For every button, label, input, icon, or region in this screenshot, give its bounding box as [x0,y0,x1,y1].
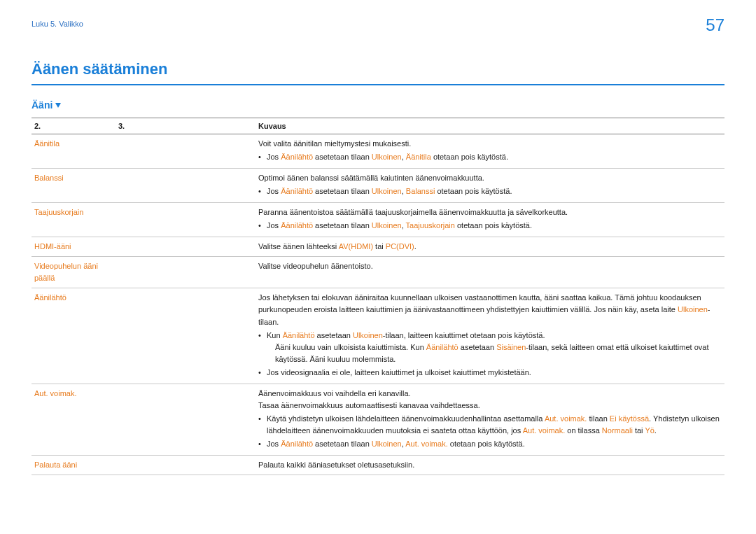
table-row: Äänitila Voit valita äänitilan mieltymys… [31,134,724,169]
table-row: Äänilähtö Jos lähetyksen tai elokuvan ää… [31,288,724,384]
setting-name: Videopuhelun ääni päällä [34,262,98,282]
setting-description: Jos lähetyksen tai elokuvan ääniraitaa k… [255,288,724,384]
setting-description: Valitse äänen lähteeksi AV(HDMI) tai PC(… [255,237,724,257]
subsection-label: Ääni [31,99,52,111]
note-item: Kun Äänilähtö asetetaan Ulkoinen-tilaan,… [267,330,722,365]
table-row: Taajuuskorjain Paranna äänentoistoa säät… [31,203,724,237]
breadcrumb: Luku 5. Valikko [31,20,724,28]
table-header-row: 2. 3. Kuvaus [31,118,724,134]
setting-name: HDMI-ääni [34,242,71,251]
setting-description: Äänenvoimakkuus voi vaihdella eri kanavi… [255,384,724,455]
setting-description: Voit valita äänitilan mieltymystesi muka… [255,134,724,169]
setting-description: Paranna äänentoistoa säätämällä taajuusk… [255,203,724,237]
note-item: Jos Äänilähtö asetetaan tilaan Ulkoinen,… [267,151,722,163]
note-item: Jos Äänilähtö asetetaan tilaan Ulkoinen,… [267,185,722,197]
note-item: Jos Äänilähtö asetetaan tilaan Ulkoinen,… [267,220,722,232]
settings-table: 2. 3. Kuvaus Äänitila Voit valita ääniti… [31,118,724,475]
desc-text: Tasaa äänenvoimakkuus automaattisesti ka… [258,400,722,412]
setting-name: Äänitila [34,139,59,148]
desc-text: Paranna äänentoistoa säätämällä taajuusk… [258,208,568,216]
col-header-2: 2. [31,118,115,134]
page-number: 57 [706,15,724,35]
setting-description: Optimoi äänen balanssi säätämällä kaiuti… [255,169,724,203]
setting-name: Taajuuskorjain [34,208,83,216]
table-row: HDMI-ääni Valitse äänen lähteeksi AV(HDM… [31,237,724,257]
desc-text: Optimoi äänen balanssi säätämällä kaiuti… [258,174,484,182]
table-row: Balanssi Optimoi äänen balanssi säätämäl… [31,169,724,203]
table-row: Palauta ääni Palauta kaikki ääniasetukse… [31,455,724,475]
note-item: Jos videosignaalia ei ole, laitteen kaiu… [267,367,722,379]
setting-name: Balanssi [34,174,64,182]
note-item: Jos Äänilähtö asetetaan tilaan Ulkoinen,… [267,438,722,450]
col-header-3: 3. [115,118,255,134]
note-item: Käytä yhdistetyn ulkoisen lähdelaitteen … [267,413,722,437]
setting-description: Palauta kaikki ääniasetukset oletusasetu… [255,455,724,475]
subsection-heading: Ääni [31,99,724,111]
table-row: Videopuhelun ääni päällä Valitse videopu… [31,257,724,288]
col-header-description: Kuvaus [255,118,724,134]
setting-name: Palauta ääni [34,461,77,469]
chevron-down-icon [55,103,61,108]
setting-description: Valitse videopuhelun äänentoisto. [255,257,724,288]
document-page: Luku 5. Valikko 57 Äänen säätäminen Ääni… [0,0,756,534]
setting-name: Aut. voimak. [34,389,77,398]
desc-text: Äänenvoimakkuus voi vaihdella eri kanavi… [258,388,722,400]
setting-name: Äänilähtö [34,293,66,302]
note-subtext: Ääni kuuluu vain ulkoisista kaiuttimista… [267,342,722,365]
desc-text: Voit valita äänitilan mieltymystesi muka… [258,139,411,148]
table-row: Aut. voimak. Äänenvoimakkuus voi vaihdel… [31,384,724,455]
page-title: Äänen säätäminen [31,60,724,85]
